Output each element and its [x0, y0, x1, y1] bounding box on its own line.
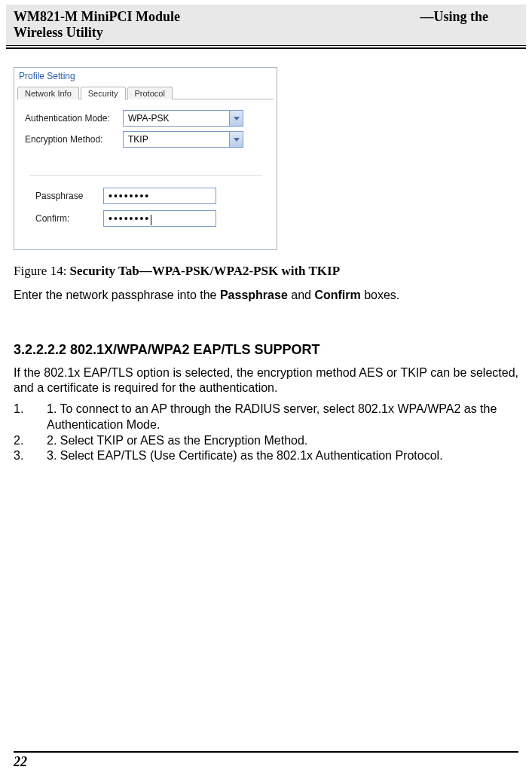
figure-title: Security Tab—WPA-PSK/WPA2-PSK with TKIP — [70, 264, 340, 278]
figure-caption: Figure 14: Security Tab—WPA-PSK/WPA2-PSK… — [14, 264, 518, 279]
page-number: 22 — [14, 754, 518, 770]
auth-mode-select[interactable]: WPA-PSK — [123, 110, 243, 127]
tab-label: Protocol — [135, 89, 165, 98]
encryption-select[interactable]: TKIP — [123, 131, 243, 148]
page-footer: 22 — [14, 751, 518, 770]
section-paragraph: If the 802.1x EAP/TLS option is selected… — [14, 365, 518, 396]
chevron-down-icon[interactable] — [229, 132, 243, 147]
confirm-input[interactable]: •••••••• — [103, 210, 216, 227]
tab-protocol[interactable]: Protocol — [127, 87, 173, 99]
tab-label: Security — [88, 89, 118, 98]
tab-network-info[interactable]: Network Info — [17, 87, 79, 99]
list-number: 1. — [14, 402, 47, 433]
confirm-label: Confirm: — [35, 213, 103, 224]
numbered-list: 1. 1. To connect to an AP through the RA… — [14, 402, 518, 464]
profile-setting-window: Profile Setting Network Info Security Pr… — [14, 67, 277, 250]
tab-label: Network Info — [25, 89, 72, 98]
list-text: 1. To connect to an AP through the RADIU… — [47, 402, 518, 433]
auth-mode-value: WPA-PSK — [124, 113, 229, 124]
text-fragment: and — [288, 289, 315, 301]
list-number: 2. — [14, 433, 47, 449]
text-fragment: Enter the network passphrase into the — [14, 289, 220, 301]
text-bold: Passphrase — [220, 289, 288, 301]
list-item: 2. 2. Select TKIP or AES as the Encrypti… — [14, 433, 518, 449]
list-text: 3. Select EAP/TLS (Use Certificate) as t… — [47, 448, 518, 464]
list-number: 3. — [14, 448, 47, 464]
figure-number: Figure 14: — [14, 264, 70, 278]
tab-strip: Network Info Security Protocol — [14, 83, 277, 99]
footer-rule — [14, 751, 518, 753]
passphrase-block: Passphrase •••••••• Confirm: •••••••• — [29, 175, 261, 236]
header-section: —Using the — [420, 9, 488, 24]
page-header: WM821-M MiniPCI Module Wireless Utility … — [6, 5, 526, 46]
window-title: Profile Setting — [14, 68, 277, 83]
header-subtitle: Wireless Utility — [14, 25, 103, 40]
passphrase-input[interactable]: •••••••• — [103, 188, 216, 204]
passphrase-value: •••••••• — [109, 190, 150, 202]
text-fragment: boxes. — [361, 289, 400, 301]
passphrase-instruction: Enter the network passphrase into the Pa… — [14, 288, 518, 303]
encryption-value: TKIP — [124, 134, 229, 145]
text-caret — [151, 215, 151, 225]
confirm-value: •••••••• — [109, 212, 150, 225]
text-bold: Confirm — [314, 289, 360, 301]
header-rule — [6, 47, 526, 49]
chevron-down-icon[interactable] — [229, 111, 243, 126]
auth-mode-label: Authentication Mode: — [25, 113, 123, 124]
passphrase-label: Passphrase — [35, 191, 103, 201]
list-item: 1. 1. To connect to an AP through the RA… — [14, 402, 518, 433]
security-panel: Authentication Mode: WPA-PSK Encryption … — [14, 99, 277, 239]
encryption-label: Encryption Method: — [25, 134, 123, 145]
section-heading: 3.2.2.2.2 802.1X/WPA/WPA2 EAP/TLS SUPPOR… — [14, 342, 518, 358]
list-item: 3. 3. Select EAP/TLS (Use Certificate) a… — [14, 448, 518, 464]
list-text: 2. Select TKIP or AES as the Encryption … — [47, 433, 518, 449]
tab-security[interactable]: Security — [81, 87, 126, 100]
header-product: WM821-M MiniPCI Module — [14, 9, 180, 24]
